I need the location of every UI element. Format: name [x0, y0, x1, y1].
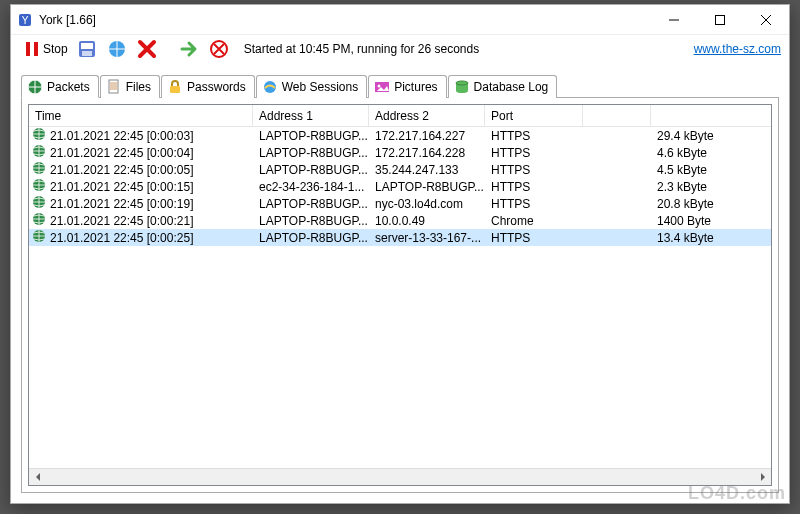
cell-time: 21.01.2021 22:45 [0:00:05] — [50, 163, 193, 177]
cell-size: 1400 Byte — [651, 214, 761, 228]
cell-addr1: LAPTOP-R8BUGP... — [253, 231, 369, 245]
title-bar: Y York [1.66] — [11, 5, 789, 35]
cancel-button[interactable] — [206, 37, 232, 61]
close-icon — [761, 15, 771, 25]
table-row[interactable]: 21.01.2021 22:45 [0:00:03]LAPTOP-R8BUGP.… — [29, 127, 771, 144]
tab-websessions[interactable]: Web Sessions — [256, 75, 367, 98]
tab-label: Web Sessions — [282, 80, 358, 94]
cell-addr1: LAPTOP-R8BUGP... — [253, 163, 369, 177]
cell-port: Chrome — [485, 214, 583, 228]
globe-icon — [27, 79, 43, 95]
tab-label: Files — [126, 80, 151, 94]
cell-addr1: LAPTOP-R8BUGP... — [253, 129, 369, 143]
website-link[interactable]: www.the-sz.com — [694, 42, 781, 56]
table-row[interactable]: 21.01.2021 22:45 [0:00:19]LAPTOP-R8BUGP.… — [29, 195, 771, 212]
svg-text:Y: Y — [22, 15, 29, 26]
column-addr1[interactable]: Address 1 — [253, 105, 369, 126]
globe-icon — [32, 229, 46, 246]
cell-size: 13.4 kByte — [651, 231, 761, 245]
column-time[interactable]: Time — [29, 105, 253, 126]
maximize-button[interactable] — [697, 5, 743, 34]
cell-port: HTTPS — [485, 231, 583, 245]
settings-button[interactable] — [104, 37, 130, 61]
cell-time: 21.01.2021 22:45 [0:00:19] — [50, 197, 193, 211]
globe-icon — [32, 178, 46, 195]
stop-button[interactable]: Stop — [19, 37, 70, 61]
triangle-left-icon — [34, 473, 42, 481]
tab-label: Passwords — [187, 80, 246, 94]
svg-rect-6 — [81, 43, 93, 49]
column-addr2[interactable]: Address 2 — [369, 105, 485, 126]
svg-rect-4 — [34, 42, 38, 56]
tab-label: Packets — [47, 80, 90, 94]
column-port[interactable]: Port — [485, 105, 583, 126]
cell-addr2: nyc-03.lo4d.com — [369, 197, 485, 211]
window-title: York [1.66] — [39, 13, 96, 27]
cell-addr2: 35.244.247.133 — [369, 163, 485, 177]
cell-addr1: LAPTOP-R8BUGP... — [253, 197, 369, 211]
minimize-icon — [669, 15, 679, 25]
delete-button[interactable] — [134, 37, 160, 61]
table-row[interactable]: 21.01.2021 22:45 [0:00:25]LAPTOP-R8BUGP.… — [29, 229, 771, 246]
toolbar: Stop Started at 10:45 — [11, 35, 789, 63]
horizontal-scrollbar[interactable] — [29, 468, 771, 485]
tab-strip: Packets Files Passwords Web Sessions — [21, 73, 779, 97]
cell-addr1: ec2-34-236-184-1... — [253, 180, 369, 194]
table-row[interactable]: 21.01.2021 22:45 [0:00:05]LAPTOP-R8BUGP.… — [29, 161, 771, 178]
table-row[interactable]: 21.01.2021 22:45 [0:00:21]LAPTOP-R8BUGP.… — [29, 212, 771, 229]
file-icon — [106, 79, 122, 95]
save-button[interactable] — [74, 37, 100, 61]
svg-rect-13 — [170, 86, 180, 93]
tab-pictures[interactable]: Pictures — [368, 75, 446, 98]
tab-dblog[interactable]: Database Log — [448, 75, 558, 98]
content-area: Packets Files Passwords Web Sessions — [11, 63, 789, 503]
lock-icon — [167, 79, 183, 95]
app-icon: Y — [17, 12, 33, 28]
forward-button[interactable] — [176, 37, 202, 61]
column-blank[interactable] — [583, 105, 651, 126]
cell-size: 2.3 kByte — [651, 180, 761, 194]
cell-port: HTTPS — [485, 163, 583, 177]
cell-addr2: LAPTOP-R8BUGP... — [369, 180, 485, 194]
cell-time: 21.01.2021 22:45 [0:00:25] — [50, 231, 193, 245]
stop-label: Stop — [43, 42, 68, 56]
scroll-right-button[interactable] — [754, 469, 771, 486]
triangle-right-icon — [759, 473, 767, 481]
globe-icon — [32, 144, 46, 161]
cell-time: 21.01.2021 22:45 [0:00:03] — [50, 129, 193, 143]
cell-addr2: 172.217.164.228 — [369, 146, 485, 160]
delete-icon — [136, 38, 158, 60]
cell-addr2: 172.217.164.227 — [369, 129, 485, 143]
app-window: Y York [1.66] Stop — [10, 4, 790, 504]
cell-port: HTTPS — [485, 197, 583, 211]
svg-rect-7 — [82, 51, 92, 56]
tab-packets[interactable]: Packets — [21, 75, 99, 98]
cell-addr2: 10.0.0.49 — [369, 214, 485, 228]
cell-size: 4.5 kByte — [651, 163, 761, 177]
stop-icon — [21, 38, 43, 60]
table-row[interactable]: 21.01.2021 22:45 [0:00:04]LAPTOP-R8BUGP.… — [29, 144, 771, 161]
status-text: Started at 10:45 PM, running for 26 seco… — [244, 42, 479, 56]
minimize-button[interactable] — [651, 5, 697, 34]
maximize-icon — [715, 15, 725, 25]
cell-port: HTTPS — [485, 129, 583, 143]
table-row[interactable]: 21.01.2021 22:45 [0:00:15]ec2-34-236-184… — [29, 178, 771, 195]
picture-icon — [374, 79, 390, 95]
globe-gear-icon — [106, 38, 128, 60]
cell-port: HTTPS — [485, 180, 583, 194]
column-size[interactable] — [651, 105, 761, 126]
cell-addr2: server-13-33-167-... — [369, 231, 485, 245]
tab-files[interactable]: Files — [100, 75, 160, 98]
scroll-left-button[interactable] — [29, 469, 46, 486]
tab-label: Database Log — [474, 80, 549, 94]
list-body[interactable]: 21.01.2021 22:45 [0:00:03]LAPTOP-R8BUGP.… — [29, 127, 771, 468]
cell-time: 21.01.2021 22:45 [0:00:04] — [50, 146, 193, 160]
arrow-right-icon — [178, 38, 200, 60]
cell-addr1: LAPTOP-R8BUGP... — [253, 214, 369, 228]
close-button[interactable] — [743, 5, 789, 34]
globe-icon — [32, 161, 46, 178]
cell-size: 4.6 kByte — [651, 146, 761, 160]
tab-passwords[interactable]: Passwords — [161, 75, 255, 98]
svg-rect-3 — [26, 42, 30, 56]
tab-label: Pictures — [394, 80, 437, 94]
